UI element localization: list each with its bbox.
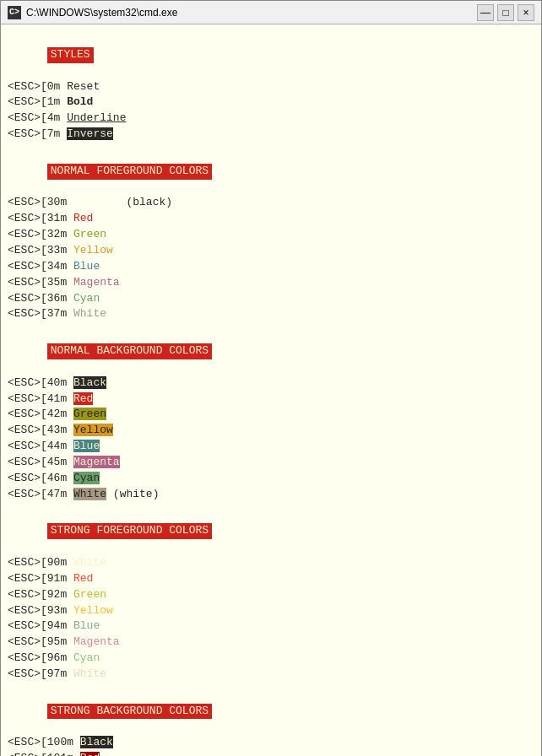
bold-label: Bold — [67, 95, 93, 108]
fg-s-green-label: Green — [73, 588, 106, 601]
fg-s-blue-label: Blue — [73, 619, 100, 632]
fg-s-red-label: Red — [73, 572, 93, 585]
bg-46-line: <ESC>[46m Cyan — [8, 471, 534, 487]
fg-yellow-label: Yellow — [73, 244, 113, 256]
bg-s-black-label: Black — [80, 736, 113, 748]
fg-red-label: Red — [73, 212, 93, 224]
bg-green-label: Green — [73, 408, 106, 420]
bg-40-line: <ESC>[40m Black — [8, 375, 534, 392]
fg-30-line: <ESC>[30m (black) — [8, 195, 534, 211]
fg-34-line: <ESC>[34m Blue — [8, 259, 534, 275]
fg-blue-label: Blue — [73, 260, 100, 273]
bg-magenta-label: Magenta — [73, 456, 120, 468]
inverse-label: Inverse — [67, 127, 113, 140]
strong-fg-header-line: STRONG FOREGROUND COLORS — [8, 505, 534, 555]
strong-bg-header: STRONG BACKGROUND COLORS — [47, 704, 212, 720]
minimize-button[interactable]: — — [477, 4, 494, 21]
fg-94-line: <ESC>[94m Blue — [8, 618, 534, 634]
fg-97-line: <ESC>[97m White — [8, 667, 534, 683]
fg-green-label: Green — [73, 228, 106, 240]
underline-label: Underline — [67, 111, 126, 124]
style-inverse-line: <ESC>[7m Inverse — [8, 127, 534, 143]
fg-black-label: (black) — [126, 196, 172, 208]
bg-red-label: Red — [73, 392, 93, 405]
normal-bg-header-line: NORMAL BACKGROUND COLORS — [8, 326, 534, 375]
fg-33-line: <ESC>[33m Yellow — [8, 243, 534, 259]
fg-93-line: <ESC>[93m Yellow — [8, 603, 534, 619]
fg-95-line: <ESC>[95m Magenta — [8, 634, 534, 651]
style-underline-line: <ESC>[4m Underline — [8, 111, 534, 127]
styles-header-line: STYLES — [8, 30, 534, 79]
fg-white-label: White — [73, 307, 106, 320]
bg-blue-label: Blue — [73, 440, 100, 452]
bg-cyan-label: Cyan — [73, 472, 100, 484]
bg-101-line: <ESC>[101m Red — [8, 751, 534, 756]
fg-96-line: <ESC>[96m Cyan — [8, 651, 534, 667]
fg-magenta-label: Magenta — [73, 276, 120, 289]
fg-cyan-label: Cyan — [73, 292, 100, 305]
fg-s-white-label: White — [73, 556, 106, 569]
bg-44-line: <ESC>[44m Blue — [8, 439, 534, 455]
bg-s-red-label: Red — [80, 752, 100, 756]
fg-90-line: <ESC>[90m White — [8, 555, 534, 571]
fg-37-line: <ESC>[37m White — [8, 306, 534, 322]
window-icon: C> — [8, 6, 21, 19]
bg-45-line: <ESC>[45m Magenta — [8, 455, 534, 471]
fg-91-line: <ESC>[91m Red — [8, 571, 534, 587]
titlebar: C> C:\WINDOWS\system32\cmd.exe — □ × — [1, 1, 541, 24]
styles-header: STYLES — [47, 47, 94, 63]
fg-s-white2-label: White — [73, 667, 106, 680]
style-reset-line: <ESC>[0m Reset — [8, 79, 534, 95]
normal-fg-header: NORMAL FOREGROUND COLORS — [47, 164, 212, 180]
fg-31-line: <ESC>[31m Red — [8, 211, 534, 227]
fg-s-cyan-label: Cyan — [73, 651, 100, 664]
normal-bg-header: NORMAL BACKGROUND COLORS — [47, 343, 212, 359]
window-title: C:\WINDOWS\system32\cmd.exe — [26, 7, 477, 19]
bg-41-line: <ESC>[41m Red — [8, 392, 534, 408]
fg-s-yellow-label: Yellow — [73, 604, 113, 617]
window: C> C:\WINDOWS\system32\cmd.exe — □ × STY… — [0, 0, 542, 756]
fg-35-line: <ESC>[35m Magenta — [8, 275, 534, 291]
strong-fg-header: STRONG FOREGROUND COLORS — [47, 523, 212, 539]
close-button[interactable]: × — [518, 4, 534, 21]
fg-92-line: <ESC>[92m Green — [8, 587, 534, 603]
bg-100-line: <ESC>[100m Black — [8, 735, 534, 751]
bg-42-line: <ESC>[42m Green — [8, 407, 534, 423]
fg-s-magenta-label: Magenta — [73, 635, 120, 648]
bg-black-label: Black — [73, 376, 106, 389]
window-controls: — □ × — [477, 4, 534, 21]
terminal-content: STYLES <ESC>[0m Reset <ESC>[1m Bold <ESC… — [1, 24, 541, 756]
bg-yellow-label: Yellow — [73, 424, 113, 436]
maximize-button[interactable]: □ — [497, 4, 514, 21]
fg-32-line: <ESC>[32m Green — [8, 227, 534, 243]
bg-47-line: <ESC>[47m White (white) — [8, 487, 534, 503]
normal-fg-header-line: NORMAL FOREGROUND COLORS — [8, 146, 534, 196]
bg-43-line: <ESC>[43m Yellow — [8, 423, 534, 439]
style-bold-line: <ESC>[1m Bold — [8, 94, 534, 111]
strong-bg-header-line: STRONG BACKGROUND COLORS — [8, 686, 534, 736]
fg-36-line: <ESC>[36m Cyan — [8, 291, 534, 307]
bg-white-label: White — [73, 488, 106, 500]
